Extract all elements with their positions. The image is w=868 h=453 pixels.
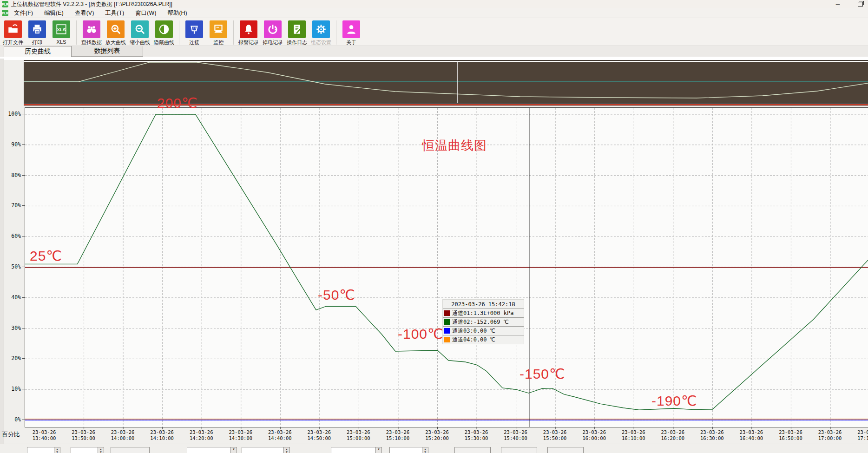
bottom-select[interactable]: ▼: [187, 447, 237, 453]
zoom-in-icon: [107, 20, 125, 38]
spinner-arrows-icon[interactable]: ▲▼: [54, 447, 60, 453]
toolbar-button-power[interactable]: 掉电记录: [261, 20, 285, 46]
y-tick-label: 60%: [0, 233, 21, 239]
toolbar-button-gear: 组态设置: [309, 20, 333, 46]
toolbar-button-printer[interactable]: 打印: [25, 20, 49, 46]
xls-icon: XLS: [53, 20, 70, 38]
gear-icon: [312, 20, 330, 38]
x-tick-label: 23-03-26 17:00:00: [810, 429, 849, 441]
channel01-swatch-icon: [444, 310, 450, 316]
bottom-select[interactable]: ▲▼: [242, 447, 290, 453]
annotation-25c: 25℃: [30, 248, 62, 264]
overview-bottom-border: [24, 103, 868, 104]
x-tick-label: 23-03-26 14:30:00: [221, 429, 260, 441]
y-tick-label: 40%: [0, 294, 21, 301]
bottom-button[interactable]: [501, 447, 537, 453]
tab-history-curve[interactable]: 历史曲线: [4, 46, 72, 57]
toolbar-button-label: 报警记录: [238, 39, 259, 46]
log-doc-icon: [288, 20, 306, 38]
toolbar-button-label: 查找数据: [81, 39, 102, 46]
svg-text:XLS: XLS: [57, 27, 66, 32]
tooltip-row-channel03: 通道03:0.00 ℃: [443, 327, 524, 335]
toolbar-button-label: 监控: [213, 39, 224, 46]
x-tick-label: 23-03-26 15:30:00: [457, 429, 496, 441]
bottom-control-strip: ▲▼ ▲▼ ▼ ▲▼ ▼ ▲▼: [0, 444, 868, 453]
x-tick-label: 23-03-26 14:10:00: [143, 429, 182, 441]
y-tick-mark: [22, 328, 25, 328]
bottom-select[interactable]: ▼: [331, 447, 382, 453]
spinner-arrows-icon[interactable]: ▲▼: [98, 447, 104, 453]
menu-edit[interactable]: 编辑(E): [39, 8, 69, 18]
bottom-button[interactable]: [454, 447, 491, 453]
overview-band[interactable]: [24, 60, 868, 103]
tab-data-list[interactable]: 数据列表: [72, 46, 143, 57]
bottom-button[interactable]: [547, 447, 584, 453]
bottom-spin-input[interactable]: ▲▼: [71, 447, 104, 453]
channel03-swatch-icon: [444, 328, 450, 334]
toolbar-separator: [179, 20, 179, 45]
menu-window[interactable]: 窗口(W): [130, 8, 162, 18]
toolbar-button-monitor[interactable]: 监控: [206, 20, 230, 46]
x-tick-label: 23-03-26 16:10:00: [614, 429, 653, 441]
y-tick-mark: [22, 297, 25, 298]
channel04-swatch-icon: [444, 337, 450, 342]
spinner-arrows-icon[interactable]: ▲▼: [422, 447, 428, 453]
power-icon: [264, 20, 282, 38]
bottom-spin-input[interactable]: ▲▼: [27, 447, 60, 453]
toolbar-button-zoom-in[interactable]: 放大曲线: [104, 20, 128, 46]
menu-file[interactable]: 文件(F): [8, 8, 39, 18]
connector-icon: [185, 20, 203, 38]
title-bar: PLR 上位机数据管理软件 V2.2.2.3 - [历史数据 [F:\PLR\2…: [0, 0, 868, 8]
x-tick-label: 23-03-26 13:40:00: [25, 429, 64, 441]
y-tick-label: 50%: [0, 263, 21, 270]
menu-view[interactable]: 查看(V): [69, 8, 100, 18]
overview-curve: [24, 62, 868, 98]
document-logo-icon: PLR: [2, 10, 8, 16]
y-tick-label: 10%: [0, 386, 21, 392]
main-chart-plot[interactable]: [25, 107, 868, 427]
x-tick-label: 23-03-26 16:30:00: [692, 429, 731, 441]
bottom-button[interactable]: [111, 447, 150, 453]
toolbar-button-label: 缩小曲线: [130, 39, 150, 46]
annotation-minus190c: -190℃: [651, 393, 697, 409]
dropdown-arrow-icon[interactable]: ▼: [230, 447, 237, 453]
bottom-select[interactable]: ▲▼: [389, 447, 428, 453]
toolbar-button-label: 打开文件: [3, 39, 23, 46]
toolbar-button-open-file[interactable]: 打开文件: [1, 20, 25, 46]
x-tick-label: 23-03-26 16:40:00: [732, 429, 771, 441]
toolbar-button-connector[interactable]: 连接: [182, 20, 206, 46]
toolbar-button-label: 掉电记录: [263, 39, 283, 46]
cursor-tooltip: 2023-03-26 15:42:18 通道01:1.3E+000 kPa 通道…: [443, 300, 524, 344]
toolbar-button-label: 连接: [189, 39, 199, 46]
y-tick-mark: [22, 267, 25, 267]
toolbar-button-log-doc[interactable]: 操作日志: [285, 20, 309, 46]
restore-button[interactable]: [855, 0, 865, 8]
menu-help[interactable]: 帮助(H): [162, 8, 192, 18]
x-tick-label: 23-03-26 15:20:00: [418, 429, 457, 441]
toolbar-button-hide-curve[interactable]: 隐藏曲线: [152, 20, 176, 46]
y-tick-mark: [22, 420, 25, 420]
minimize-button[interactable]: ─: [833, 0, 843, 8]
toolbar-button-binoculars[interactable]: 查找数据: [79, 20, 104, 46]
tooltip-row-text: 通道04:0.00 ℃: [452, 336, 495, 344]
y-tick-mark: [22, 114, 25, 114]
printer-icon: [28, 20, 46, 38]
spinner-arrows-icon[interactable]: ▲▼: [283, 447, 289, 453]
annotation-minus100c: -100℃: [398, 326, 444, 342]
x-axis: 23-03-26 13:40:0023-03-26 13:50:0023-03-…: [0, 427, 868, 444]
tab-bar: 历史曲线 数据列表: [0, 46, 868, 57]
toolbar-button-alarm-bell[interactable]: 报警记录: [237, 20, 261, 46]
dropdown-arrow-icon[interactable]: ▼: [375, 447, 381, 453]
x-tick-label: 23-03-26 15:00:00: [339, 429, 378, 441]
y-tick-mark: [22, 175, 25, 176]
toolbar-button-zoom-out[interactable]: 缩小曲线: [128, 20, 152, 46]
main-chart-svg: [25, 108, 868, 429]
toolbar-button-label: XLS: [57, 39, 66, 45]
toolbar-button-label: 关于: [346, 39, 356, 46]
toolbar-button-xls[interactable]: XLSXLS: [49, 20, 73, 45]
menu-tools[interactable]: 工具(T): [99, 8, 130, 18]
x-tick-label: 23-03-26 16:50:00: [771, 429, 810, 441]
toolbar-button-person[interactable]: 关于: [339, 20, 363, 46]
toolbar-separator: [336, 20, 336, 45]
x-tick-label: 23-03-26 16:20:00: [653, 429, 692, 441]
